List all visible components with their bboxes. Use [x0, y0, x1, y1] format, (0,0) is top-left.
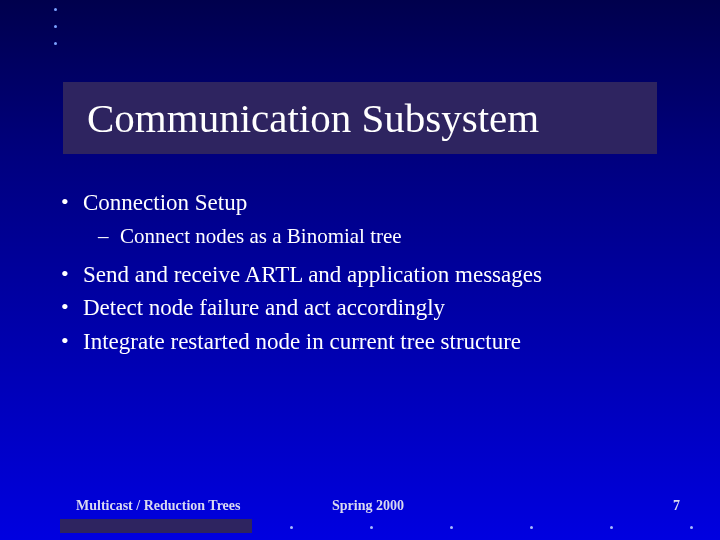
- dot-icon: [54, 8, 57, 11]
- dot-icon: [530, 526, 533, 529]
- dot-icon: [370, 526, 373, 529]
- dot-icon: [54, 42, 57, 45]
- dot-icon: [290, 526, 293, 529]
- title-box: Communication Subsystem: [63, 82, 657, 154]
- dot-icon: [690, 526, 693, 529]
- footer-center: Spring 2000: [332, 498, 404, 514]
- dot-icon: [610, 526, 613, 529]
- decorative-dots-bottom: [0, 513, 720, 533]
- footer: Multicast / Reduction Trees Spring 2000 …: [0, 494, 720, 514]
- sub-bullet-item: Connect nodes as a Binomial tree: [58, 222, 670, 251]
- slide-body: Connection Setup Connect nodes as a Bino…: [58, 185, 670, 360]
- decorative-dots-top: [54, 8, 57, 59]
- bullet-item: Detect node failure and act accordingly: [58, 292, 670, 324]
- bullet-item: Send and receive ARTL and application me…: [58, 259, 670, 291]
- bullet-item: Integrate restarted node in current tree…: [58, 326, 670, 358]
- slide: Communication Subsystem Connection Setup…: [0, 0, 720, 540]
- dot-icon: [450, 526, 453, 529]
- slide-title: Communication Subsystem: [87, 94, 539, 142]
- footer-left: Multicast / Reduction Trees: [76, 498, 241, 514]
- bullet-item: Connection Setup: [58, 187, 670, 219]
- dot-icon: [54, 25, 57, 28]
- footer-page-number: 7: [673, 498, 680, 514]
